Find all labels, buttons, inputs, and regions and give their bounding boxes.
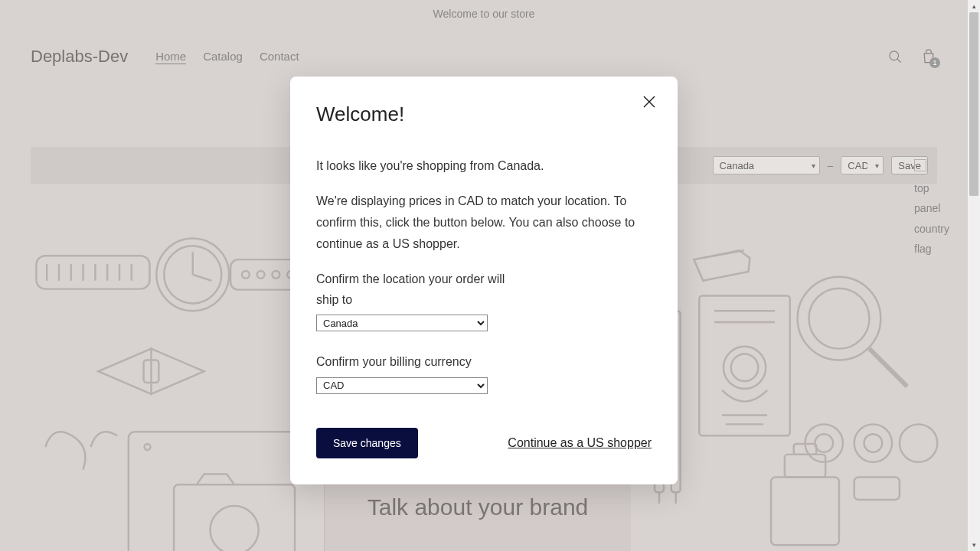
currency-select[interactable]: CAD [316, 377, 488, 394]
location-select[interactable]: Canada [316, 315, 488, 331]
modal-paragraph-1: It looks like you're shopping from Canad… [316, 155, 652, 177]
save-changes-button[interactable]: Save changes [316, 428, 418, 458]
currency-label: Confirm your billing currency [316, 351, 652, 372]
continue-us-shopper-link[interactable]: Continue as a US shopper [508, 436, 652, 450]
location-label: Confirm the location your order will shi… [316, 269, 652, 310]
scrollbar-track[interactable]: ▴ ▾ [968, 0, 980, 551]
modal-title: Welcome! [316, 103, 652, 126]
modal-overlay: Welcome! It looks like you're shopping f… [0, 0, 968, 551]
scrollbar-up-icon[interactable]: ▴ [968, 0, 980, 12]
welcome-modal: Welcome! It looks like you're shopping f… [290, 77, 678, 484]
scrollbar-down-icon[interactable]: ▾ [968, 539, 980, 551]
modal-paragraph-2: We're displaying prices in CAD to match … [316, 191, 652, 255]
close-icon[interactable] [642, 95, 661, 113]
scrollbar-thumb[interactable] [969, 12, 978, 196]
